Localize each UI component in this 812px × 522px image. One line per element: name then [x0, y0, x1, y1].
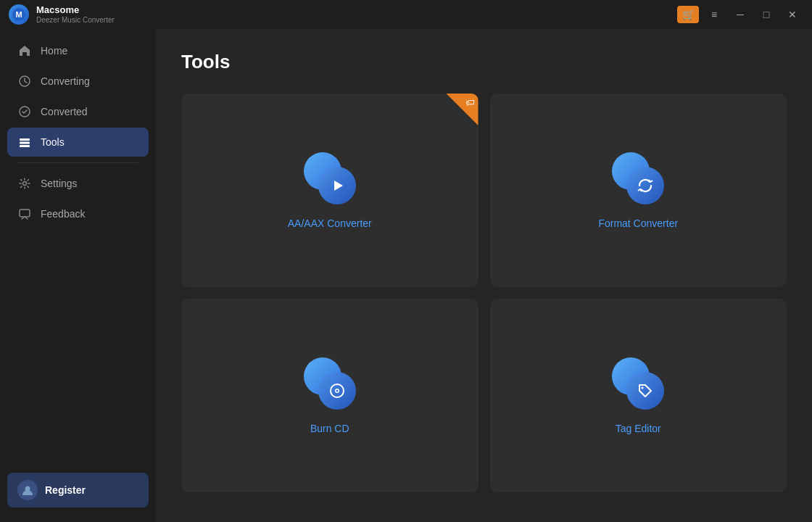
format-icon-front — [626, 167, 664, 204]
svg-rect-8 — [20, 210, 30, 217]
cart-button[interactable]: 🛒 — [677, 6, 699, 23]
svg-rect-6 — [20, 145, 30, 147]
burn-cd-label: Burn CD — [310, 423, 349, 434]
svg-rect-5 — [20, 142, 30, 144]
sidebar-item-converting[interactable]: Converting — [7, 67, 149, 96]
register-button[interactable]: Register — [7, 473, 149, 508]
tools-icon — [17, 135, 32, 149]
svg-point-7 — [23, 182, 27, 186]
settings-icon — [17, 176, 32, 191]
tool-card-burn-cd[interactable]: Burn CD — [181, 299, 478, 492]
sidebar-bottom: Register — [0, 473, 156, 515]
burn-cd-icon-front — [318, 372, 356, 410]
app-logo: M — [9, 4, 29, 25]
title-bar: M Macsome Deezer Music Converter 🛒 ≡ ─ □… — [0, 0, 812, 29]
tool-card-aa-aax[interactable]: 🏷 AA/AAX Converter — [181, 94, 478, 287]
page-title: Tools — [181, 51, 787, 73]
sidebar-item-converted[interactable]: Converted — [7, 97, 149, 126]
svg-rect-4 — [20, 138, 30, 141]
sidebar-divider — [17, 162, 138, 163]
tag-editor-icon-wrapper — [612, 357, 664, 410]
app-name-block: Macsome Deezer Music Converter — [36, 4, 115, 25]
format-icon-wrapper — [612, 152, 664, 204]
sidebar-item-tools[interactable]: Tools — [7, 128, 149, 157]
sidebar-item-feedback[interactable]: Feedback — [7, 199, 149, 228]
tools-grid: 🏷 AA/AAX Converter — [181, 94, 787, 492]
tools-label: Tools — [41, 136, 65, 148]
home-icon — [17, 44, 32, 58]
sidebar: Home Converting Conver — [0, 29, 156, 522]
home-label: Home — [41, 45, 67, 57]
badge-icon: 🏷 — [465, 97, 475, 108]
aa-aax-icon-wrapper — [304, 152, 356, 204]
title-bar-controls: 🛒 ≡ ─ □ ✕ — [677, 6, 803, 23]
tag-editor-icon-front — [626, 372, 664, 410]
menu-button[interactable]: ≡ — [703, 6, 725, 23]
aa-aax-label: AA/AAX Converter — [288, 218, 372, 229]
converting-label: Converting — [41, 75, 90, 87]
tool-card-format[interactable]: Format Converter — [490, 94, 787, 287]
tool-card-tag-editor[interactable]: Tag Editor — [490, 299, 787, 492]
tool-badge-aa-aax: 🏷 — [447, 94, 478, 125]
converted-label: Converted — [41, 106, 88, 117]
close-button[interactable]: ✕ — [782, 6, 803, 23]
burn-cd-icon-wrapper — [304, 357, 356, 410]
maximize-button[interactable]: □ — [755, 6, 777, 23]
feedback-label: Feedback — [41, 208, 85, 220]
svg-point-13 — [336, 389, 338, 392]
svg-text:M: M — [15, 10, 22, 19]
app-name: Macsome — [36, 4, 115, 16]
feedback-icon — [17, 207, 32, 221]
minimize-button[interactable]: ─ — [729, 6, 751, 23]
tag-editor-label: Tag Editor — [616, 423, 661, 434]
content-area: Tools 🏷 AA/AAX Converter — [156, 29, 812, 522]
sidebar-nav: Home Converting Conver — [0, 36, 156, 473]
aa-aax-icon-front — [318, 167, 356, 204]
svg-point-14 — [642, 386, 644, 389]
register-avatar — [17, 480, 38, 500]
sidebar-item-home[interactable]: Home — [7, 36, 149, 65]
sidebar-item-settings[interactable]: Settings — [7, 169, 149, 198]
svg-marker-10 — [334, 181, 343, 191]
format-label: Format Converter — [598, 218, 678, 229]
converted-icon — [17, 104, 32, 119]
settings-label: Settings — [41, 178, 78, 189]
app-subtitle: Deezer Music Converter — [36, 16, 115, 25]
title-bar-left: M Macsome Deezer Music Converter — [9, 4, 115, 25]
converting-icon — [17, 74, 32, 88]
main-layout: Home Converting Conver — [0, 29, 812, 522]
register-label: Register — [45, 484, 86, 496]
